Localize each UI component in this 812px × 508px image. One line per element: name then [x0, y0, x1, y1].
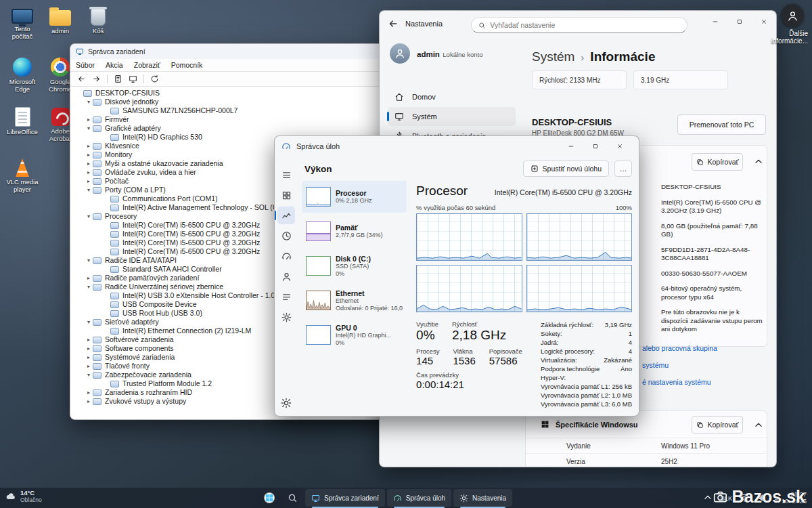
tree-expander-icon[interactable]: ▸ [85, 397, 93, 406]
tree-expander-icon[interactable]: ▸ [85, 142, 93, 150]
performance-item[interactable]: GPU 0 Intel(R) HD Graphi... 0% [302, 319, 407, 351]
hamburger-icon[interactable] [277, 166, 295, 184]
tree-expander-icon[interactable]: ▸ [85, 274, 93, 282]
startup-apps-icon[interactable] [277, 247, 295, 265]
tree-expander-icon[interactable]: ▾ [85, 318, 93, 326]
performance-item-detail: Intel(R) HD Graphi... [336, 332, 391, 339]
stat-label: Využitie [416, 320, 438, 328]
menu-item[interactable]: Zobraziť [129, 61, 166, 69]
graph-axis-label: % využitia počas 60 sekúnd [416, 204, 495, 211]
settings-icon[interactable]: Nastavenia [453, 489, 512, 507]
desktop-icon[interactable]: LibreOffice [4, 104, 41, 154]
collapse-chevron-icon[interactable] [753, 420, 764, 431]
tree-expander-icon[interactable]: ▾ [85, 212, 93, 221]
copy-winspec-button[interactable]: Kopírovať [692, 416, 743, 433]
tree-item-label: Počítač [105, 177, 129, 186]
users-icon[interactable] [277, 268, 295, 285]
related-link[interactable]: systému [642, 361, 717, 369]
performance-item[interactable]: Disk 0 (C:) SSD (SATA) 0% [302, 250, 407, 282]
device-manager-icon[interactable]: Správca zariadení [305, 489, 385, 507]
menu-item[interactable]: Akcia [100, 61, 129, 69]
performance-item-title: Procesor [336, 189, 372, 197]
settings-titlebar[interactable]: Nastavenia [380, 11, 776, 39]
folder-icon [49, 10, 71, 26]
tree-expander-icon[interactable]: ▾ [85, 98, 93, 106]
tree-item-label: Intel(R) Active Management Technology - … [122, 203, 296, 212]
weather-widget[interactable]: 14°C Oblačno [5, 490, 42, 503]
task-manager-window[interactable]: Správca úloh [274, 135, 639, 417]
desktop-icon[interactable]: Microsoft Edge [4, 54, 41, 104]
winspec-value: Windows 11 Pro [661, 442, 710, 450]
tree-expander-icon[interactable]: ▸ [85, 115, 93, 124]
tree-expander-icon[interactable]: ▾ [85, 256, 93, 265]
tree-expander-icon[interactable]: ▸ [85, 362, 93, 371]
account-card[interactable]: admin Lokálne konto [390, 43, 483, 64]
desktop-icon[interactable]: VLC media player [4, 154, 41, 205]
computer-icon[interactable] [129, 75, 137, 83]
menu-item[interactable]: Pomocník [166, 61, 208, 69]
forward-icon[interactable] [92, 75, 101, 83]
nav-item-home[interactable]: Domov [388, 87, 516, 106]
search-button[interactable] [282, 489, 302, 507]
rename-pc-button[interactable]: Premenovať toto PC [677, 114, 766, 135]
minimize-button[interactable] [559, 136, 583, 156]
tree-expander-icon[interactable]: ▸ [85, 159, 93, 168]
task-manager-settings-icon[interactable] [281, 397, 293, 409]
task-manager-titlebar[interactable]: Správca úloh [275, 136, 639, 156]
tray-chevron-up-icon[interactable] [702, 492, 713, 503]
task-manager-icon[interactable]: Správca úloh [387, 489, 451, 507]
back-icon[interactable] [388, 18, 399, 29]
profile-badge[interactable] [781, 4, 804, 27]
tree-expander-icon[interactable]: ▾ [85, 371, 93, 379]
minimize-button[interactable] [703, 11, 727, 33]
tree-expander-icon[interactable]: ▾ [85, 124, 93, 133]
desktop-icon-label: Kôš [93, 28, 104, 35]
breadcrumb-section[interactable]: Systém [532, 49, 574, 64]
spec-value: DESKTOP-CFSIUIS [661, 183, 764, 192]
tree-expander-icon[interactable]: ▸ [85, 344, 93, 353]
task-manager-rail [275, 156, 298, 416]
copy-specs-button[interactable]: Kopírovať [692, 153, 743, 171]
cpu-detail-value: 6,0 MB [612, 400, 632, 408]
performance-list: Procesor 0% 2,18 GHz [298, 181, 409, 351]
tree-expander-icon[interactable]: ▸ [85, 353, 93, 362]
maximize-button[interactable] [583, 136, 608, 156]
maximize-button[interactable] [727, 11, 752, 33]
performance-icon[interactable] [277, 207, 295, 224]
desktop-icon[interactable]: Tento počítač [4, 4, 41, 54]
security-device-icon [93, 372, 102, 379]
more-options-button[interactable]: … [614, 161, 632, 177]
tree-item-label: Zariadenia s rozhraním HID [105, 388, 192, 397]
menu-item[interactable]: Súbor [70, 61, 100, 69]
tree-expander-icon[interactable]: ▾ [85, 186, 93, 194]
related-link[interactable]: é nastavenia systému [642, 378, 717, 386]
properties-icon[interactable] [114, 75, 122, 83]
tree-expander-icon[interactable]: ▸ [85, 177, 93, 186]
details-icon[interactable] [277, 288, 295, 305]
app-history-icon[interactable] [277, 227, 295, 245]
scan-refresh-icon[interactable] [150, 75, 159, 83]
related-link[interactable]: alebo pracovná skupina [642, 344, 717, 352]
back-icon[interactable] [77, 75, 86, 83]
collapse-chevron-icon[interactable] [753, 156, 764, 167]
tree-expander-icon[interactable]: ▾ [85, 282, 93, 291]
settings-search[interactable] [471, 17, 687, 33]
start-button[interactable] [259, 489, 279, 507]
tree-expander-icon[interactable]: ▸ [85, 388, 93, 397]
performance-item-title: Pamäť [336, 224, 383, 232]
run-new-task-button[interactable]: Spustiť novú úlohu [523, 161, 609, 177]
home-icon [394, 92, 404, 102]
more-info-label[interactable]: Ďalšie informácie... [754, 30, 808, 45]
processes-icon[interactable] [277, 186, 295, 204]
tree-expander-icon[interactable]: ▸ [85, 335, 93, 344]
performance-item[interactable]: Ethernet Ethernet Odoslané: 0 Prijaté: 1… [302, 284, 407, 316]
nav-item-system[interactable]: Systém [388, 107, 516, 126]
services-icon[interactable] [277, 308, 295, 326]
search-input[interactable] [490, 21, 680, 29]
close-button[interactable] [608, 136, 632, 156]
tree-expander-icon[interactable]: ▸ [85, 150, 93, 159]
performance-item[interactable]: Procesor 0% 2,18 GHz [302, 181, 407, 213]
cpu-model: Intel(R) Core(TM) i5-6500 CPU @ 3.20GHz [495, 188, 632, 198]
performance-item[interactable]: Pamäť 2,7/7,9 GB (34%) [302, 215, 407, 247]
tree-expander-icon[interactable]: ▸ [85, 168, 93, 177]
